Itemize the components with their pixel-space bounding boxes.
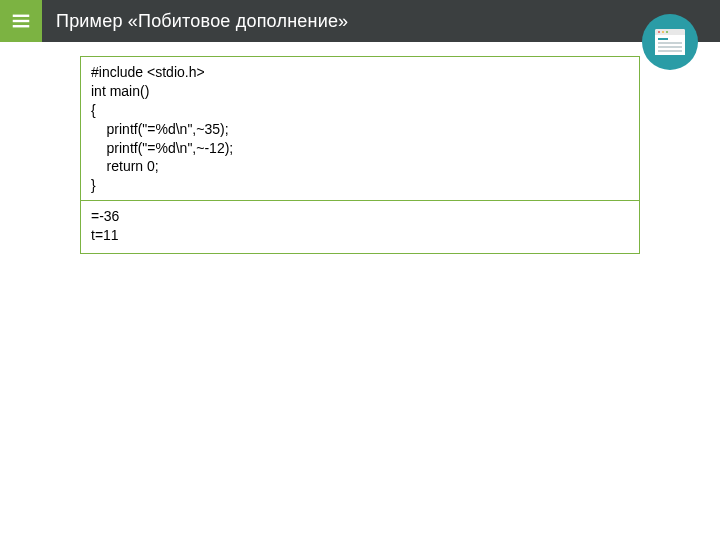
svg-rect-1 [13,20,30,22]
code-block: #include <stdio.h> int main() { printf("… [80,56,640,204]
output-content: =-36 t=11 [91,207,629,245]
svg-rect-2 [13,25,30,27]
page-title: Пример «Побитовое дополнение» [56,11,348,32]
menu-button[interactable] [0,0,42,42]
app-window-icon [642,14,698,70]
code-content: #include <stdio.h> int main() { printf("… [91,63,629,195]
hamburger-icon [10,10,32,32]
header-bar: Пример «Побитовое дополнение» [0,0,720,42]
output-block: =-36 t=11 [80,200,640,254]
svg-rect-0 [13,15,30,17]
